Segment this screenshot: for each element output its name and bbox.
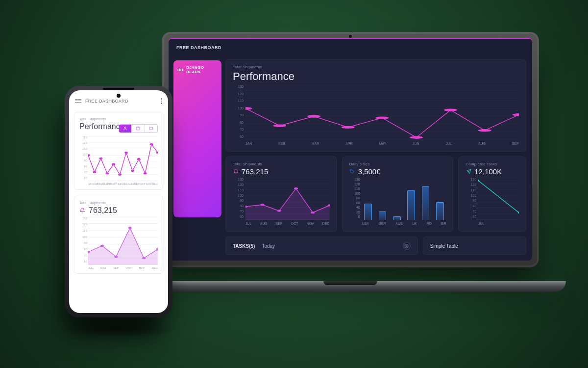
svg-point-27	[118, 173, 122, 175]
gear-icon[interactable]	[403, 242, 411, 250]
svg-point-7	[478, 129, 491, 131]
laptop-base	[135, 281, 566, 292]
phone-mockup: FREE DASHBOARD Total Shipments Performan…	[65, 86, 172, 317]
card-subtitle: Daily Sales	[349, 162, 446, 166]
area-series	[88, 217, 158, 265]
more-icon[interactable]	[161, 98, 163, 104]
svg-point-19	[124, 127, 126, 129]
phone-header: FREE DASHBOARD	[69, 90, 168, 109]
svg-point-0	[245, 107, 252, 109]
shipments-card: Total Shipments 763,215 1301201101009080…	[225, 157, 337, 232]
sidebar-badge: DB	[177, 68, 183, 72]
x-axis-ticks: JANFEBMARAPRMAYJUNJULAUGSEPOCTNOVDEC	[88, 183, 158, 185]
x-axis-ticks: JANFEBMARAPRMAYJUNJULAUGSEP	[245, 142, 519, 145]
tasks-panel[interactable]: TASKS(5) Today	[225, 237, 418, 255]
simple-table-panel[interactable]: Simple Table	[423, 237, 526, 255]
app-header: FREE DASHBOARD	[169, 39, 532, 56]
y-axis-ticks: 13012011010090807060	[466, 178, 476, 218]
svg-point-18	[406, 245, 407, 246]
sales-chart: 130120110100806040200 USAGERAUSUKROBR	[349, 178, 446, 225]
svg-point-2	[307, 115, 320, 117]
segmented-control[interactable]	[119, 124, 158, 133]
tasks-chart: 13012011010090807060 JUL	[466, 178, 519, 225]
svg-point-29	[131, 169, 134, 171]
svg-point-32	[150, 143, 153, 145]
svg-point-37	[128, 227, 132, 229]
send-icon	[466, 169, 471, 175]
y-axis-ticks: 13012011010090807060	[233, 178, 244, 218]
card-subtitle: Total Shipments	[79, 117, 158, 121]
svg-point-1	[273, 125, 286, 127]
app-title: FREE DASHBOARD	[85, 99, 128, 104]
phone-shadow	[59, 319, 176, 338]
x-axis-ticks: JULAUGSEPOCTNOVDEC	[245, 222, 330, 225]
calendar-icon[interactable]	[131, 125, 144, 132]
svg-point-22	[88, 154, 90, 156]
x-axis-ticks: USAGERAUSUKROBR	[362, 222, 446, 225]
y-axis-ticks: 13012011010090807060	[79, 217, 87, 263]
card-title: Performance	[233, 70, 519, 83]
metric-value: 3,500€	[358, 167, 381, 176]
dashboard-app: FREE DASHBOARD DB DJANGO BLACK	[169, 38, 532, 261]
svg-point-6	[444, 109, 457, 111]
svg-rect-20	[137, 127, 140, 130]
user-icon[interactable]	[119, 125, 131, 132]
svg-point-4	[376, 117, 389, 119]
shipments-chart: 13012011010090807060 JULAUGSEPOCTNOVDEC	[233, 178, 330, 225]
panel-label: TASKS(5)	[233, 243, 255, 249]
laptop-bezel: FREE DASHBOARD DB DJANGO BLACK	[162, 32, 539, 267]
svg-point-31	[144, 172, 147, 174]
card-subtitle: Total Shipments	[79, 201, 158, 205]
metric-value: 763,215	[242, 167, 268, 176]
y-axis-ticks: 13012011010090807060	[233, 85, 244, 138]
bar-series	[362, 178, 446, 220]
svg-point-24	[99, 157, 102, 159]
performance-card: Total Shipments Performance 130120110100…	[225, 59, 526, 152]
performance-card: Total Shipments Performance 130120110100…	[74, 112, 163, 190]
card-subtitle: Total Shipments	[233, 162, 330, 166]
line-series	[478, 178, 519, 220]
performance-chart: 13012011010090807060 JANFEBMARAPRMAYJUNJ…	[79, 136, 158, 185]
svg-point-3	[342, 126, 355, 129]
shipments-card: Total Shipments 763,215 1301201101009080…	[74, 196, 163, 274]
svg-point-33	[156, 151, 158, 153]
svg-point-10	[260, 204, 264, 206]
tag-icon	[349, 169, 355, 175]
svg-point-12	[294, 187, 298, 189]
phone-dashboard-app: FREE DASHBOARD Total Shipments Performan…	[69, 90, 168, 313]
y-axis-ticks: 130120110100806040200	[349, 178, 360, 218]
tasks-tab-today[interactable]: Today	[262, 243, 275, 249]
menu-icon[interactable]	[75, 99, 81, 103]
svg-point-28	[124, 151, 128, 153]
svg-point-30	[137, 158, 141, 160]
sidebar-item-label: DJANGO BLACK	[186, 65, 218, 74]
sidebar: DB DJANGO BLACK	[169, 56, 221, 261]
svg-point-36	[114, 255, 118, 258]
svg-point-8	[513, 113, 519, 116]
svg-point-35	[100, 244, 104, 247]
area-series	[245, 178, 330, 220]
wallet-icon[interactable]	[145, 125, 157, 132]
bell-icon	[233, 169, 239, 175]
bell-icon	[79, 208, 85, 213]
line-series	[245, 85, 519, 140]
shipments-chart: 13012011010090807060 JULAUGSEPOCTNOVDEC	[79, 217, 158, 269]
x-axis-ticks: JULAUGSEPOCTNOVDEC	[88, 266, 158, 269]
laptop-mockup: FREE DASHBOARD DB DJANGO BLACK	[162, 32, 544, 316]
performance-chart: 13012011010090807060 JANFEBMARAPRMAYJUNJ…	[233, 85, 519, 145]
completed-tasks-card: Completed Tasks 12,100K 1301201101009080…	[458, 157, 526, 232]
svg-point-11	[277, 210, 281, 212]
metric-value: 763,215	[89, 206, 117, 215]
svg-point-25	[105, 172, 109, 174]
svg-point-38	[142, 257, 146, 259]
daily-sales-card: Daily Sales 3,500€ 130120110100806040200	[342, 157, 454, 232]
svg-point-13	[311, 211, 315, 213]
sidebar-item-django-black[interactable]: DB DJANGO BLACK	[173, 60, 221, 217]
y-axis-ticks: 13012011010090807060	[79, 136, 87, 180]
svg-point-23	[93, 171, 97, 173]
card-subtitle: Completed Tasks	[466, 162, 519, 166]
panel-label: Simple Table	[430, 243, 458, 249]
line-series	[88, 136, 158, 181]
svg-point-15	[351, 170, 351, 171]
svg-point-5	[410, 136, 423, 139]
